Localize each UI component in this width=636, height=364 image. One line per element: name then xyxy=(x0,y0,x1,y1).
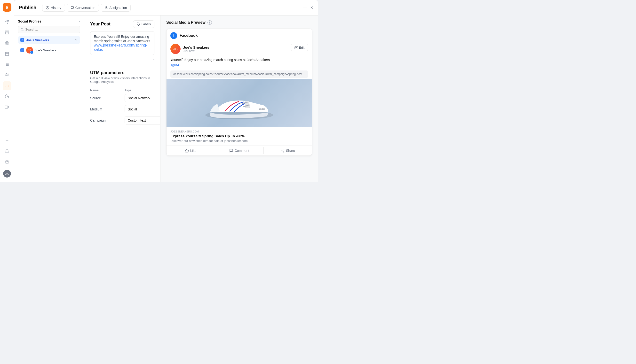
svg-point-39 xyxy=(283,151,284,152)
preview-user-time: Just now xyxy=(183,50,209,53)
collapse-post-icon[interactable]: − xyxy=(153,58,154,61)
tab-assignation[interactable]: Assignation xyxy=(101,4,130,12)
fb-badge: f xyxy=(30,50,34,54)
nav-inbox[interactable] xyxy=(3,28,12,37)
svg-rect-6 xyxy=(5,52,9,56)
utm-table-header: Name Type Value xyxy=(90,88,154,94)
nav-users[interactable] xyxy=(3,71,12,80)
labels-button[interactable]: Labels xyxy=(133,20,154,28)
edit-button[interactable]: Edit xyxy=(291,44,308,51)
like-button[interactable]: Like xyxy=(167,146,215,155)
search-box xyxy=(18,26,80,33)
preview-meta: JOESSNEAKERS.COM Express Yourself! Sprin… xyxy=(167,127,312,146)
page-title: Publish xyxy=(19,5,36,10)
utm-table: Name Type Value Source Social Network ▼ … xyxy=(90,88,154,124)
preview-post-header: JS Joe's Sneakers Just now Edit xyxy=(167,42,312,56)
svg-marker-20 xyxy=(8,106,9,108)
facebook-icon: f xyxy=(170,32,177,39)
nav-speed[interactable] xyxy=(3,92,12,101)
utm-row-campaign: Campaign Custom text xyxy=(90,116,154,124)
nav-help[interactable] xyxy=(3,158,12,166)
account-check: ✓ xyxy=(20,48,24,52)
nav-avatar[interactable]: JS xyxy=(3,169,12,178)
preview-post-user: JS Joe's Sneakers Just now xyxy=(170,44,209,54)
svg-line-41 xyxy=(282,150,283,150)
svg-point-28 xyxy=(21,28,23,30)
preview-user-info: Joe's Sneakers Just now xyxy=(183,45,209,53)
preview-url-bar: oessnekears.com/spring-sales/?source=fac… xyxy=(170,70,308,78)
utm-campaign-label: Campaign xyxy=(90,118,122,122)
col-name: Name xyxy=(90,88,122,92)
utm-row-medium: Medium Social ▼ xyxy=(90,105,154,113)
chevron-down-icon xyxy=(74,38,78,42)
sneaker-svg: adidas xyxy=(200,84,278,122)
topbar: Publish History Conversation Assignation… xyxy=(14,0,318,16)
preview-image: adidas xyxy=(167,79,312,127)
topbar-icons: — × xyxy=(303,5,313,10)
nav-bell[interactable] xyxy=(3,147,12,156)
info-icon[interactable]: i xyxy=(207,20,212,25)
nav-send[interactable] xyxy=(3,18,12,26)
col-type: Type xyxy=(125,88,160,92)
search-input[interactable] xyxy=(25,28,78,31)
svg-text:adidas: adidas xyxy=(259,108,265,110)
account-group-check: ✓ xyxy=(20,38,24,42)
middle-panel: Your Post Labels Express Yourself! Enjoy… xyxy=(84,16,160,182)
social-profiles-title: Social Profiles xyxy=(18,19,41,23)
utm-campaign-type-display: Custom text xyxy=(125,116,160,124)
utm-row-source: Source Social Network ▼ xyxy=(90,94,154,102)
tab-history[interactable]: History xyxy=(42,4,65,12)
preview-meta-domain: JOESSNEAKERS.COM xyxy=(170,130,308,133)
utm-medium-type-select[interactable]: Social ▼ xyxy=(125,105,160,113)
svg-line-29 xyxy=(23,30,23,30)
preview-header: Social Media Preview i xyxy=(166,20,312,25)
sidebar-nav: a JS xyxy=(0,0,14,182)
svg-point-38 xyxy=(281,150,282,151)
account-avatar: JS f xyxy=(26,47,33,54)
utm-desc: Get a full view of link visitors interac… xyxy=(90,76,154,84)
share-button[interactable]: Share xyxy=(264,146,312,155)
preview-actions: Like Comment Share xyxy=(167,146,312,156)
post-link[interactable]: www.joessnekears.com/spring-sales xyxy=(94,43,147,52)
nav-analytics[interactable] xyxy=(3,81,12,90)
minimize-icon[interactable]: — xyxy=(303,5,307,10)
svg-point-27 xyxy=(106,6,107,8)
preview-avatar: JS xyxy=(170,44,181,54)
svg-point-37 xyxy=(283,149,284,150)
account-group-header[interactable]: ✓ Joe's Sneakers xyxy=(18,36,80,44)
app-logo: a xyxy=(3,3,12,12)
svg-point-16 xyxy=(6,74,7,75)
preview-post-text: Yourself! Enjoy our amazing march spring… xyxy=(167,56,312,70)
search-icon xyxy=(21,28,24,31)
right-panel: Social Media Preview i f Facebook JS Joe… xyxy=(160,16,318,182)
preview-platform-header: f Facebook xyxy=(167,29,312,42)
preview-meta-headline: Express Yourself! Spring Sales Up To -60… xyxy=(170,134,308,138)
left-panel: Social Profiles ‹ ✓ Joe's Sneakers ✓ xyxy=(14,16,84,182)
post-header: Your Post Labels xyxy=(90,20,154,28)
main-panel: Publish History Conversation Assignation… xyxy=(14,0,318,182)
preview-card: f Facebook JS Joe's Sneakers Just now xyxy=(166,28,312,156)
utm-title: UTM parameters xyxy=(90,70,154,75)
nav-video[interactable] xyxy=(3,103,12,112)
post-title: Your Post xyxy=(90,22,111,27)
svg-line-40 xyxy=(282,151,283,152)
nav-calendar[interactable] xyxy=(3,50,12,58)
comment-button[interactable]: Comment xyxy=(215,146,263,155)
account-group: ✓ Joe's Sneakers ✓ JS f Joe's Sneakers xyxy=(14,36,84,56)
preview-meta-desc: Discover our new sneakers for sale at jo… xyxy=(170,139,308,143)
tab-conversation[interactable]: Conversation xyxy=(67,4,99,12)
account-group-name: ✓ Joe's Sneakers xyxy=(20,38,49,42)
nav-globe[interactable] xyxy=(3,39,12,48)
account-item[interactable]: ✓ JS f Joe's Sneakers xyxy=(18,45,80,56)
preview-title: Social Media Preview xyxy=(166,20,206,25)
close-icon[interactable]: × xyxy=(310,5,313,10)
utm-medium-label: Medium xyxy=(90,107,122,111)
collapse-icon[interactable]: ‹ xyxy=(79,19,80,23)
preview-user-name: Joe's Sneakers xyxy=(183,45,209,50)
nav-plus[interactable] xyxy=(3,136,12,145)
nav-list[interactable] xyxy=(3,60,12,69)
user-avatar: JS xyxy=(3,170,11,178)
utm-source-type-select[interactable]: Social Network ▼ xyxy=(125,94,160,102)
svg-rect-2 xyxy=(5,31,9,32)
post-text-area: Express Yourself! Enjoy our amazing marc… xyxy=(90,31,154,55)
